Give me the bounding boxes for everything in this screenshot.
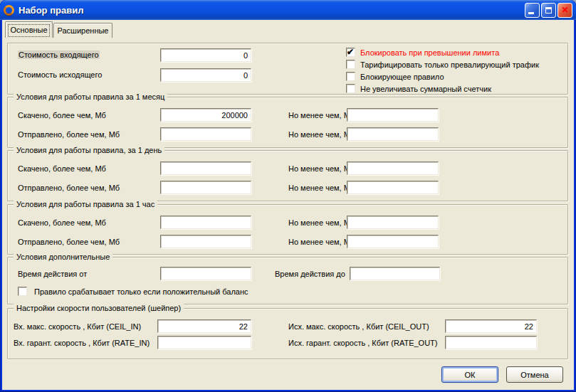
hour-downloaded-input[interactable] (160, 216, 251, 229)
minimize-icon (528, 12, 534, 14)
month-group-title: Условия для работы правила за 1 месяц (14, 92, 167, 101)
positive-balance-label: Правило срабатывает только если положите… (34, 287, 248, 296)
month-uploaded-input[interactable] (160, 127, 251, 141)
rate-out-input[interactable] (445, 336, 537, 349)
time-to-input[interactable] (350, 267, 440, 280)
hour-downloaded-max-input[interactable] (347, 216, 439, 229)
tab-basic[interactable]: Основные (5, 21, 53, 38)
hour-group-title: Условия для работы правила за 1 час (14, 200, 157, 208)
app-icon (4, 5, 14, 16)
day-downloaded-input[interactable] (160, 161, 251, 175)
ceil-in-label: Вх. макс. скорость , Кбит (CEIL_IN) (14, 322, 141, 331)
month-downloaded-label: Скачено, более чем, Мб (18, 111, 106, 120)
additional-group-title: Условия дополнительные (14, 253, 112, 261)
close-button[interactable]: ✕ (557, 3, 572, 18)
hour-uploaded-input[interactable] (160, 235, 251, 248)
cancel-button[interactable]: Отмена (506, 366, 563, 383)
ok-button[interactable]: ОК (441, 366, 498, 383)
close-icon: ✕ (561, 6, 568, 14)
ceil-in-input[interactable] (157, 319, 251, 333)
dialog-window: Набор правил ✕ Основные Расширенные Стои… (0, 0, 576, 392)
window-title: Набор правил (19, 5, 525, 16)
blocking-rule-checkbox[interactable] (346, 72, 355, 81)
additional-conditions-group: Условия дополнительные Время действия от… (7, 257, 568, 304)
month-downloaded-max-input[interactable] (347, 108, 439, 122)
day-conditions-group: Условия для работы правила, за 1 день Ск… (7, 150, 568, 201)
day-uploaded-max-label: Но менее чем, Мб (288, 184, 355, 192)
block-over-limit-checkbox[interactable]: ✔ (346, 48, 355, 57)
shaper-group-title: Настройки скорости пользователей (шейпер… (14, 304, 184, 312)
tariff-prevailing-checkbox[interactable] (346, 60, 355, 69)
tab-advanced[interactable]: Расширенные (53, 23, 112, 38)
check-icon: ✔ (347, 48, 354, 57)
cost-section: Стоимость входящего Стоимость исходящего… (7, 43, 568, 95)
ceil-out-input[interactable] (445, 319, 537, 333)
hour-downloaded-max-label: Но менее чем, Мб (288, 218, 355, 227)
month-downloaded-input[interactable] (160, 108, 251, 122)
hour-downloaded-label: Скачено, более чем, Мб (18, 218, 106, 227)
day-group-title: Условия для работы правила, за 1 день (14, 146, 164, 154)
blocking-rule-label: Блокирующее правило (360, 73, 444, 81)
month-uploaded-max-label: Но менее чем, Мб (288, 130, 355, 139)
window-controls: ✕ (525, 3, 572, 18)
day-uploaded-input[interactable] (160, 181, 251, 194)
cost-out-label: Стоимость исходящего (18, 70, 102, 79)
day-uploaded-label: Отправлено, более чем, Мб (18, 184, 120, 192)
month-uploaded-label: Отправлено, более чем, Мб (18, 130, 120, 139)
time-from-label: Время действия от (18, 270, 87, 278)
hour-uploaded-max-label: Но менее чем, Мб (288, 238, 355, 246)
rate-in-label: Вх. гарант. скорость , Кбит (RATE_IN) (14, 339, 150, 347)
time-from-input[interactable] (160, 267, 251, 280)
day-downloaded-max-label: Но менее чем, Мб (288, 164, 355, 173)
block-over-limit-label: Блокировать при превышении лимита (360, 48, 499, 57)
tab-basic-label: Основные (10, 26, 47, 34)
cost-in-input[interactable] (160, 48, 251, 62)
time-to-label: Время действия до (275, 270, 345, 278)
maximize-button[interactable] (541, 3, 556, 18)
month-downloaded-max-label: Но менее чем, Мб (288, 111, 355, 120)
tab-advanced-label: Расширенные (58, 26, 109, 35)
rate-in-input[interactable] (157, 336, 251, 349)
dialog-client-area: Основные Расширенные Стоимость входящего… (2, 20, 574, 390)
month-uploaded-max-input[interactable] (347, 127, 439, 141)
maximize-icon (545, 7, 552, 14)
cost-in-label: Стоимость входящего (18, 51, 100, 59)
hour-uploaded-label: Отправлено, более чем, Мб (18, 238, 120, 246)
day-downloaded-label: Скачено, более чем, Мб (18, 164, 106, 173)
cost-out-input[interactable] (160, 68, 251, 82)
hour-uploaded-max-input[interactable] (347, 235, 439, 248)
no-total-counter-label: Не увеличивать суммарный счетчик (360, 85, 491, 93)
minimize-button[interactable] (525, 3, 540, 18)
shaper-settings-group: Настройки скорости пользователей (шейпер… (7, 308, 568, 359)
tariff-prevailing-label: Тарифицировать только превалирующий траф… (360, 60, 539, 69)
day-uploaded-max-input[interactable] (347, 181, 439, 194)
title-bar[interactable]: Набор правил ✕ (0, 0, 576, 20)
positive-balance-checkbox[interactable] (18, 287, 27, 296)
ceil-out-label: Исх. макс. скорость , Кбит (CEIL_OUT) (288, 322, 429, 331)
month-conditions-group: Условия для работы правила за 1 месяц Ск… (7, 97, 568, 148)
day-downloaded-max-input[interactable] (347, 161, 439, 175)
no-total-counter-checkbox[interactable] (346, 84, 355, 93)
rate-out-label: Исх. гарант. скорость , Кбит (RATE_OUT) (288, 339, 438, 347)
hour-conditions-group: Условия для работы правила за 1 час Скач… (7, 204, 568, 255)
